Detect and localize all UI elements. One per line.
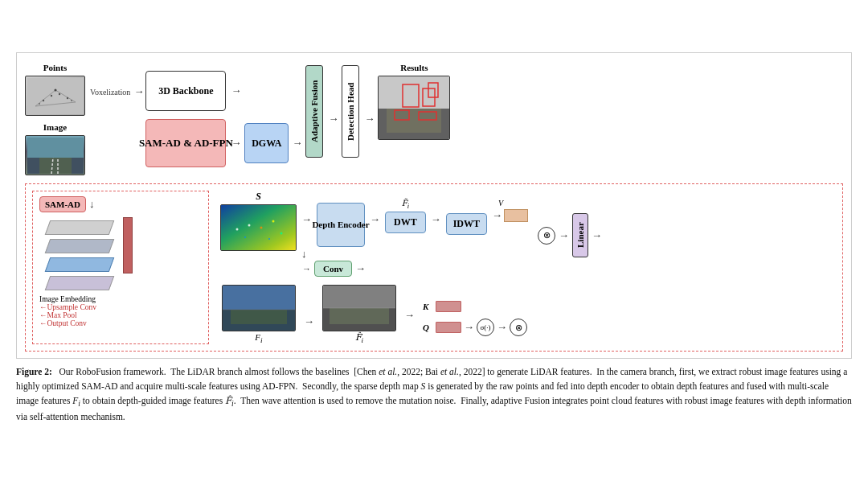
detection-head-box: Detection Head	[342, 65, 359, 158]
arrow-backbone-fusion: →	[231, 84, 241, 97]
fhat-label: F̂i	[355, 332, 363, 344]
arrow-depth-encoder: →	[301, 213, 312, 226]
q-label: Q	[423, 323, 432, 332]
feat-map-4	[45, 276, 115, 290]
image-placeholder	[25, 135, 85, 175]
arrow-idwt-v: →	[492, 209, 502, 222]
results-label: Results	[400, 63, 428, 72]
sam-ad-box: SAM-AD & AD-FPN	[145, 119, 226, 167]
fi-label: Fi	[255, 332, 262, 344]
points-label: Points	[43, 63, 67, 72]
svg-point-4	[42, 99, 43, 101]
idwt-box: IDWT	[446, 213, 487, 235]
ftilde-label: F̃i	[402, 199, 409, 210]
svg-point-29	[280, 232, 283, 235]
depth-map-image	[220, 204, 297, 251]
arrow-detection-results: →	[364, 113, 375, 125]
arrow-samad-dgwa: →	[231, 137, 241, 150]
image-embedding-label: Image Embedding ←Upsample Conv ←Max Pool…	[39, 295, 96, 327]
right-panel: S	[217, 191, 836, 344]
fhat-image	[322, 285, 396, 331]
q-rect	[436, 322, 461, 333]
svg-rect-0	[27, 78, 84, 114]
sam-ad-small-box: SAM-AD	[39, 196, 86, 212]
arrow-sigma-otimes: →	[497, 321, 507, 334]
svg-point-25	[236, 228, 239, 231]
points-image	[25, 76, 85, 116]
diagram-area: Points	[16, 52, 852, 359]
arrow-fi-to-conv: →	[304, 315, 314, 327]
svg-point-26	[248, 224, 251, 227]
arrow-to-linear: →	[559, 229, 569, 242]
conv-box: Conv	[314, 261, 352, 277]
arrow-dgwa-fusion: →	[292, 137, 302, 150]
results-image	[378, 76, 450, 140]
arrow-img-conv: →	[302, 264, 311, 273]
adaptive-fusion-box: Adaptive Fusion	[305, 65, 323, 158]
svg-point-8	[54, 88, 56, 91]
bottom-section: SAM-AD ↓	[25, 183, 843, 352]
svg-point-10	[71, 100, 72, 101]
svg-point-31	[268, 238, 270, 240]
depth-encoder-box: Depth Encoder	[317, 203, 365, 247]
image-label: Image	[43, 122, 67, 132]
svg-point-27	[260, 227, 263, 229]
s-label: S	[256, 191, 261, 203]
svg-rect-13	[39, 158, 72, 174]
v-label: V	[498, 199, 503, 208]
arrow-fhat-to-ops: →	[404, 309, 415, 322]
arrow-fusion-detection: →	[328, 113, 338, 125]
sigma-circle: σ(·)	[477, 319, 494, 336]
svg-rect-34	[231, 310, 287, 324]
circle-otimes: ⊗	[538, 227, 555, 245]
arrow-encoder-dwt: →	[370, 213, 380, 226]
svg-point-28	[272, 220, 275, 223]
svg-rect-24	[221, 205, 296, 250]
arrow-conv-fhat: →	[355, 262, 366, 275]
caption-text: Figure 2: Our RoboFusion framework. The …	[16, 365, 852, 425]
main-container: Points	[16, 52, 852, 425]
svg-point-5	[50, 94, 51, 96]
arrow-q-sigma: →	[464, 321, 474, 334]
embedding-bar	[123, 217, 133, 273]
arrow-linear-out: →	[592, 229, 602, 242]
backbone-box: 3D Backbone	[145, 71, 226, 111]
feat-map-2	[45, 239, 115, 253]
dwt-box: DWT	[385, 212, 426, 233]
left-panel: SAM-AD ↓	[32, 191, 209, 344]
arrow-dwt-idwt: →	[431, 213, 441, 226]
arrow-vox-backbone: →	[133, 85, 144, 98]
svg-point-6	[58, 93, 59, 94]
feat-map-3	[45, 257, 115, 272]
svg-point-7	[66, 97, 68, 98]
fi-image	[222, 285, 296, 331]
v-rect	[504, 209, 528, 222]
linear-box: Linear	[572, 213, 588, 257]
svg-point-30	[244, 236, 246, 238]
svg-rect-38	[330, 308, 389, 324]
k-label: K	[423, 302, 432, 311]
voxelization-box: Voxelization	[90, 88, 130, 97]
arrow-samad-down: ↓	[89, 198, 95, 211]
feat-map-1	[45, 220, 115, 235]
dgwa-box: DGWA	[244, 123, 289, 163]
k-rect	[436, 301, 461, 312]
svg-point-9	[39, 103, 40, 105]
circle-otimes2: ⊗	[510, 319, 527, 336]
